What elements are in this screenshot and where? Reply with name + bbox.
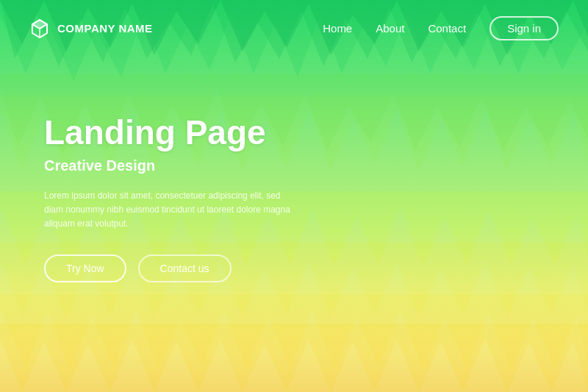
brand: COMPANY NAME (29, 18, 153, 39)
contact-us-button[interactable]: Contact us (138, 254, 232, 282)
hero-content: Landing Page Creative Design Lorem ipsum… (44, 114, 294, 282)
svg-marker-7 (0, 294, 588, 371)
nav-link-home[interactable]: Home (323, 22, 352, 35)
svg-marker-10 (32, 20, 47, 29)
nav-link-about[interactable]: About (376, 22, 404, 35)
nav-links: Home About Contact Sign in (323, 16, 559, 40)
nav-link-contact[interactable]: Contact (428, 22, 466, 35)
hero-title: Landing Page (44, 114, 294, 152)
brand-icon (29, 18, 50, 39)
signin-button[interactable]: Sign in (490, 16, 559, 40)
navbar: COMPANY NAME Home About Contact Sign in (0, 0, 588, 57)
try-now-button[interactable]: Try Now (44, 254, 126, 282)
hero-subtitle: Creative Design (44, 157, 294, 174)
svg-marker-8 (0, 324, 588, 392)
brand-name: COMPANY NAME (57, 22, 153, 35)
landing-page: COMPANY NAME Home About Contact Sign in … (0, 0, 588, 392)
hero-description: Lorem ipsum dolor sit amet, consectetuer… (44, 189, 294, 232)
hero-buttons: Try Now Contact us (44, 254, 294, 282)
